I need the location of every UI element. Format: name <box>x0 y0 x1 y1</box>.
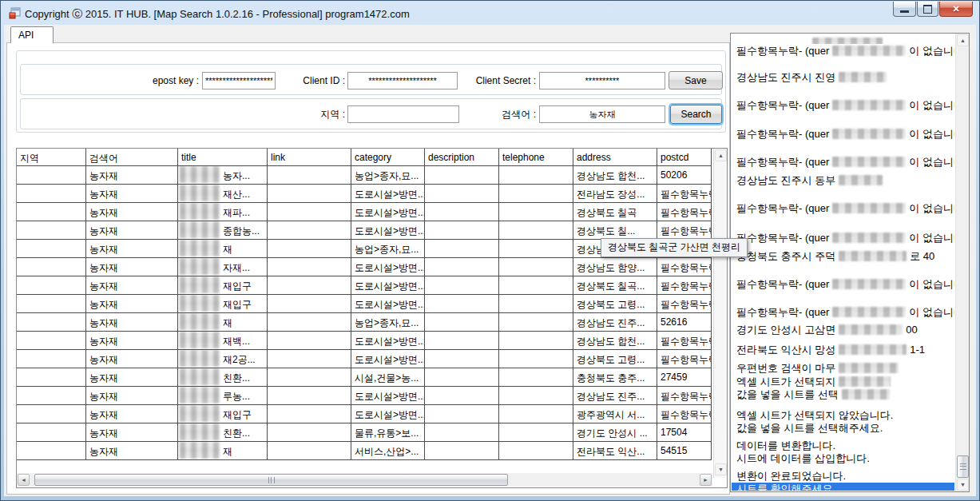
log-line[interactable]: 시트를 확인해주세요. <box>736 483 954 491</box>
table-cell-description[interactable] <box>425 313 499 332</box>
table-cell-address[interactable]: 전라남도 장성... <box>573 185 657 203</box>
table-cell-link[interactable] <box>268 240 351 258</box>
table-cell-title[interactable]: 재 <box>178 240 268 258</box>
table-cell-keyword[interactable]: 농자재 <box>86 332 178 350</box>
log-entry[interactable]: 필수항목누락- (quer이 없습니다.). <box>732 231 954 245</box>
table-cell-postcd[interactable]: 필수항목누락 <box>657 185 712 203</box>
column-header-address[interactable]: address <box>573 149 657 166</box>
log-line[interactable]: 필수항목누락- (quer이 없습니다.). <box>736 231 954 245</box>
table-cell-address[interactable]: 경상남도 진주... <box>573 313 657 332</box>
table-cell-category[interactable]: 시설,건물>농... <box>351 368 425 387</box>
table-cell-link[interactable] <box>268 405 351 423</box>
log-entry[interactable]: 엑셀 시트가 선택되지 않았습니다.값을 넣을 시트를 선택해주세요. <box>732 409 954 435</box>
table-cell-title[interactable]: 재 <box>178 442 268 460</box>
table-cell-telephone[interactable] <box>499 332 573 350</box>
table-cell-postcd[interactable]: 필수항목누락 <box>657 332 712 350</box>
epost-key-input[interactable] <box>202 72 276 89</box>
table-cell-region[interactable] <box>17 332 86 350</box>
table-cell-description[interactable] <box>425 405 499 423</box>
log-line[interactable] <box>736 36 954 44</box>
table-cell-telephone[interactable] <box>499 203 573 221</box>
table-cell-telephone[interactable] <box>499 240 573 258</box>
table-cell-description[interactable] <box>425 221 499 240</box>
table-cell-postcd[interactable]: 17504 <box>657 423 712 442</box>
table-cell-category[interactable]: 서비스,산업>... <box>351 442 425 460</box>
table-cell-keyword[interactable]: 농자재 <box>86 295 178 313</box>
log-line[interactable]: 시트에 데이터를 삽입합니다. <box>736 452 954 465</box>
table-cell-telephone[interactable] <box>499 313 573 332</box>
column-header-postcd[interactable]: postcd <box>657 149 712 166</box>
save-button[interactable]: Save <box>669 71 723 89</box>
table-cell-postcd[interactable]: 52616 <box>657 313 712 332</box>
table-cell-address[interactable]: 경상북도 고령... <box>573 295 657 313</box>
scroll-up-icon[interactable]: ▲ <box>715 149 727 161</box>
table-cell-link[interactable] <box>268 368 351 387</box>
table-cell-title[interactable]: 루농... <box>178 387 268 405</box>
table-cell-link[interactable] <box>268 185 351 203</box>
table-cell-description[interactable] <box>425 258 499 276</box>
log-entry[interactable]: 필수항목누락- (quer이 없습니다.). <box>732 98 954 113</box>
table-cell-telephone[interactable] <box>499 258 573 276</box>
table-cell-keyword[interactable]: 농자재 <box>86 350 178 368</box>
table-cell-category[interactable]: 농업>종자,묘... <box>351 166 425 185</box>
table-cell-telephone[interactable] <box>499 350 573 368</box>
table-cell-telephone[interactable] <box>499 166 573 185</box>
table-cell-telephone[interactable] <box>499 295 573 313</box>
table-cell-region[interactable] <box>17 221 86 240</box>
table-cell-title[interactable]: 종합농... <box>178 221 268 240</box>
table-cell-region[interactable] <box>17 276 86 295</box>
scroll-right-icon[interactable]: ► <box>700 474 712 486</box>
table-cell-keyword[interactable]: 농자재 <box>86 221 178 240</box>
table-cell-address[interactable]: 경상북도 칠곡 <box>573 203 657 221</box>
table-cell-description[interactable] <box>425 240 499 258</box>
table-cell-title[interactable]: 재파... <box>178 203 268 221</box>
table-cell-category[interactable]: 도로시설>방면... <box>351 276 425 295</box>
table-cell-postcd[interactable]: 필수항목누락 <box>657 276 712 295</box>
table-cell-link[interactable] <box>268 203 351 221</box>
log-line[interactable]: 필수항목누락- (quer이 없습니다.). <box>736 127 954 141</box>
log-line[interactable]: 필수항목누락- (quer이 없습니다.). <box>736 277 954 292</box>
table-cell-category[interactable]: 농업>종자,묘... <box>351 313 425 332</box>
table-row[interactable]: 농자재농자...농업>종자,묘...경상남도 합천...50206 <box>17 166 712 185</box>
table-cell-category[interactable]: 물류,유통>보... <box>351 423 425 442</box>
column-header-link[interactable]: link <box>268 149 351 166</box>
table-cell-description[interactable] <box>425 423 499 442</box>
log-line[interactable]: 데이터를 변환합니다. <box>736 439 954 452</box>
table-cell-region[interactable] <box>17 203 86 221</box>
table-cell-address[interactable]: 경상남도 진주... <box>573 387 657 405</box>
table-cell-postcd[interactable]: 27459 <box>657 368 712 387</box>
table-cell-region[interactable] <box>17 313 86 332</box>
maximize-button[interactable] <box>917 2 938 17</box>
log-line[interactable]: 필수항목누락- (quer이 없습니다.). <box>736 44 954 58</box>
log-entry[interactable]: 필수항목누락- (quer이 없습니다.). <box>732 155 954 169</box>
table-cell-description[interactable] <box>425 350 499 368</box>
table-cell-category[interactable]: 도로시설>방면... <box>351 350 425 368</box>
log-line[interactable]: 필수항목누락- (quer이 없습니다.). <box>736 98 954 113</box>
close-button[interactable]: ✕ <box>939 2 973 17</box>
table-cell-telephone[interactable] <box>499 276 573 295</box>
table-cell-title[interactable]: 재2공... <box>178 350 268 368</box>
table-cell-title[interactable]: 재 <box>178 313 268 332</box>
table-cell-postcd[interactable]: 필수항목누락 <box>657 221 712 240</box>
table-cell-description[interactable] <box>425 203 499 221</box>
table-cell-telephone[interactable] <box>499 185 573 203</box>
log-entry[interactable]: 필수항목누락- (quer이 없습니다.). <box>732 44 954 58</box>
log-entry[interactable]: 경기도 안성시 고삼면00 <box>732 323 954 337</box>
log-line[interactable]: 엑셀 시트가 선택되지 않았습니다. <box>736 409 954 422</box>
table-cell-link[interactable] <box>268 423 351 442</box>
table-row[interactable]: 농자재재입구도로시설>방면...광주광역시 서...필수항목누락 <box>17 405 712 423</box>
table-cell-description[interactable] <box>425 368 499 387</box>
table-row[interactable]: 농자재재산...도로시설>방면...전라남도 장성...필수항목누락 <box>17 185 712 203</box>
table-cell-address[interactable]: 광주광역시 서... <box>573 405 657 423</box>
client-secret-input[interactable] <box>539 72 665 89</box>
table-cell-link[interactable] <box>268 295 351 313</box>
table-cell-region[interactable] <box>17 240 86 258</box>
log-line[interactable]: 경상남도 진주시 진영 <box>736 70 954 85</box>
table-cell-category[interactable]: 도로시설>방면... <box>351 295 425 313</box>
log-scroll-up-icon[interactable]: ▲ <box>957 34 969 46</box>
column-header-keyword[interactable]: 검색어 <box>86 149 178 166</box>
column-header-title[interactable]: title <box>178 149 268 166</box>
table-cell-description[interactable] <box>425 295 499 313</box>
search-button[interactable]: Search <box>670 105 722 124</box>
table-cell-region[interactable] <box>17 258 86 276</box>
